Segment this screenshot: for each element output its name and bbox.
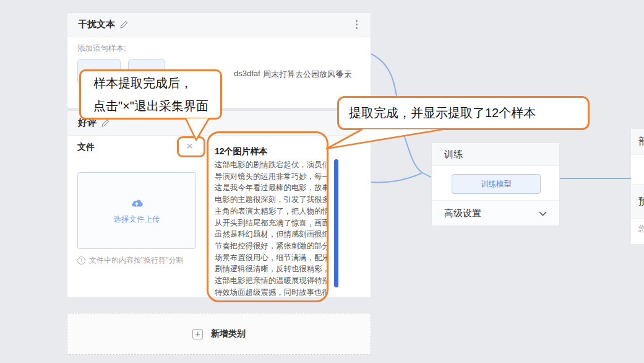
card-title: 干扰文本 [78, 19, 115, 30]
advanced-settings-row[interactable]: 高级设置 [432, 200, 559, 225]
interference-card-header: 干扰文本 [67, 13, 371, 37]
samples-panel-highlight [207, 131, 328, 302]
file-upload-dropzone[interactable]: 选择文件上传 [77, 172, 196, 249]
right-panel-middle-header: 预 [631, 184, 644, 219]
upload-button-label: 选择文件上传 [114, 214, 160, 225]
upload-hint: ! 文件中的内容按"换行符"分割 [77, 255, 184, 266]
right-panel-top-header: 部 [631, 129, 644, 155]
right-panel-top-label: 部 [638, 136, 644, 147]
add-category-label: 新增类别 [211, 328, 246, 339]
exit-tip-line2: 点击"×"退出采集界面 [93, 98, 220, 115]
edit-icon[interactable] [120, 20, 128, 28]
plus-icon: + [192, 329, 203, 339]
canvas: 干扰文本 添加语句样本: ds3dfaf 周末打算去公园放风筝， 今天 好评 文… [0, 0, 644, 363]
train-model-button[interactable]: 训练模型 [452, 174, 541, 194]
extracted-tip-text: 提取完成，并显示提取了12个样本 [349, 105, 536, 121]
upload-hint-text: 文件中的内容按"换行符"分割 [89, 255, 184, 266]
extracted-tip-callout: 提取完成，并显示提取了12个样本 [337, 96, 590, 130]
samples-scrollbar[interactable] [334, 159, 338, 287]
kebab-menu-icon[interactable] [353, 17, 360, 32]
sample-chip: ds3dfaf [234, 69, 260, 78]
chevron-down-icon [539, 208, 547, 219]
edit-icon[interactable] [101, 119, 109, 127]
exit-tip-line1: 样本提取完成后， [93, 75, 220, 92]
advanced-settings-label: 高级设置 [444, 208, 481, 219]
right-clipped-panel: 部 预 您 [631, 129, 644, 244]
close-button-highlight [177, 136, 205, 157]
train-panel-header: 训练 [432, 143, 559, 166]
sample-chip: 今天 [336, 69, 352, 80]
train-panel: 训练 训练模型 高级设置 [431, 142, 560, 226]
cloud-upload-icon [129, 197, 144, 210]
add-category-button[interactable]: + 新增类别 [67, 313, 371, 355]
right-panel-middle-label: 预 [638, 196, 644, 208]
exit-tip-callout: 样本提取完成后， 点击"×"退出采集界面 [79, 69, 222, 120]
train-title: 训练 [444, 149, 463, 160]
info-icon: ! [77, 256, 85, 265]
add-sample-label: 添加语句样本: [77, 43, 126, 54]
file-section-label: 文件 [77, 142, 95, 153]
right-panel-bottom-label: 您 [638, 224, 644, 234]
